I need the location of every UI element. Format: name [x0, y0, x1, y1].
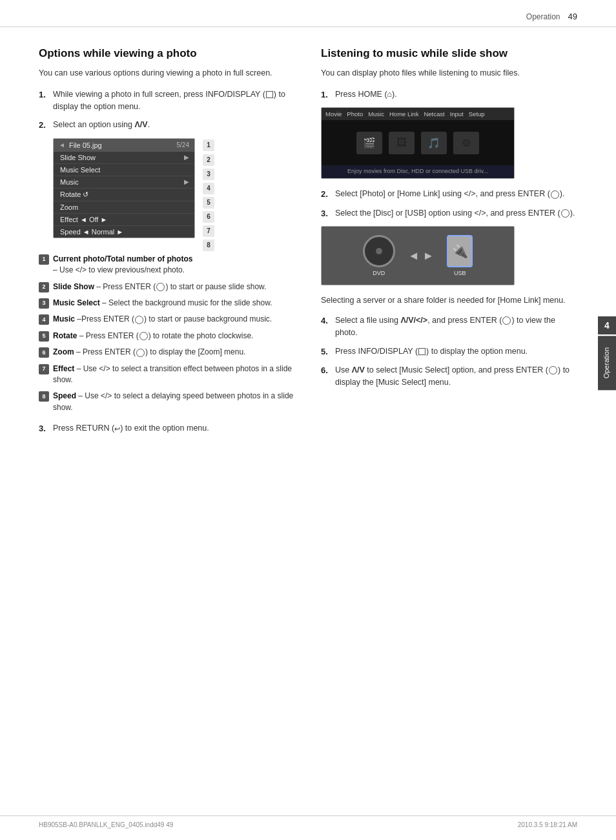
- enter-icon-6: [136, 349, 145, 357]
- explain-item-6: 6 Zoom – Press ENTER () to display the […: [39, 347, 295, 358]
- right-step-6: 6. Use Λ/V to select [Music Select] opti…: [321, 364, 577, 389]
- explain-text-1: Current photo/Total number of photos – U…: [53, 254, 192, 276]
- menu-header-counter: 5/24: [177, 141, 189, 149]
- explain-badge-4: 4: [39, 314, 49, 325]
- right-step-5-text: Press INFO/DISPLAY () to display the opt…: [335, 345, 528, 358]
- menu-item-effect-label: Effect ◄ Off ►: [60, 216, 189, 223]
- explain-item-8: 8 Speed – Use </> to select a delaying s…: [39, 391, 295, 413]
- enter-icon-r2: [551, 190, 559, 199]
- disc-body: DVD ◄ ► 🔌 USB: [322, 227, 514, 285]
- home-body: 🎬 🖼 🎵 ⚙: [322, 120, 514, 165]
- menu-item-effect[interactable]: Effect ◄ Off ►: [54, 214, 194, 226]
- footer-filename: HB905SB-A0.BPANLLK_ENG_0405.indd49 49: [39, 821, 173, 828]
- enter-icon-r3: [561, 209, 570, 218]
- menu-item-speed-label: Speed ◄ Normal ►: [60, 228, 189, 236]
- badge-3: 3: [203, 169, 214, 180]
- explain-badge-3: 3: [39, 298, 49, 309]
- explain-text-7: Effect – Use </> to select a transition …: [53, 364, 295, 386]
- left-step-3-text: Press RETURN (↩) to exit the option menu…: [53, 422, 209, 435]
- home-icon-photo: 🖼: [389, 132, 415, 154]
- badge-5: 5: [203, 197, 214, 209]
- enter-icon-r6: [549, 366, 557, 374]
- left-section-title: Options while viewing a photo: [39, 46, 295, 61]
- home-screenshot: Movie Photo Music Home Link Netcast Inpu…: [321, 107, 515, 179]
- page-header: Operation 49: [0, 0, 616, 27]
- right-step-1-num: 1.: [321, 88, 335, 101]
- right-step-3-text: Select the [Disc] or [USB] option using …: [335, 207, 575, 220]
- disc-screenshot: DVD ◄ ► 🔌 USB: [321, 226, 515, 285]
- enter-icon-5: [139, 332, 148, 340]
- explain-badge-2: 2: [39, 282, 49, 292]
- right-column: Listening to music while slide show You …: [321, 46, 577, 442]
- left-step-2: 2. Select an option using Λ/V.: [39, 119, 295, 132]
- badge-2: 2: [203, 154, 214, 166]
- right-step-6-text: Use Λ/V to select [Music Select] option,…: [335, 364, 577, 389]
- menu-item-musicselect[interactable]: Music Select: [54, 164, 194, 176]
- home-nav-movie[interactable]: Movie: [325, 110, 342, 118]
- menu-item-rotate[interactable]: Rotate ↺: [54, 189, 194, 201]
- menu-item-music-label: Music: [60, 178, 181, 186]
- menu-item-rotate-label: Rotate ↺: [60, 190, 189, 199]
- right-step-6-num: 6.: [321, 364, 335, 389]
- left-step-3-num: 3.: [39, 422, 53, 435]
- page-container: Operation 49 4 Operation Options while v…: [0, 0, 616, 840]
- right-section-title: Listening to music while slide show: [321, 46, 577, 61]
- home-icon-music: 🎵: [421, 132, 447, 154]
- header-section-label: Operation: [526, 12, 560, 21]
- home-nav-homelink[interactable]: Home Link: [389, 110, 418, 118]
- left-step-3: 3. Press RETURN (↩) to exit the option m…: [39, 422, 295, 435]
- explain-text-6: Zoom – Press ENTER () to display the [Zo…: [53, 347, 245, 358]
- home-nav-setup[interactable]: Setup: [469, 110, 485, 118]
- menu-item-speed[interactable]: Speed ◄ Normal ►: [54, 226, 194, 238]
- explain-item-3: 3 Music Select – Select the background m…: [39, 298, 295, 309]
- right-step-2: 2. Select [Photo] or [Home Link] using <…: [321, 188, 577, 201]
- usb-label: USB: [454, 270, 466, 276]
- badge-1: 1: [203, 139, 214, 151]
- left-step-2-num: 2.: [39, 119, 53, 132]
- menu-item-zoom[interactable]: Zoom: [54, 201, 194, 214]
- menu-back-arrow: ◄: [59, 141, 65, 149]
- slideshow-arrow: ▶: [184, 154, 189, 161]
- explain-badge-6: 6: [39, 347, 49, 358]
- home-nav-photo[interactable]: Photo: [347, 110, 363, 118]
- side-tab-number: 4: [598, 316, 616, 334]
- infodisplay-icon-r5: [418, 348, 426, 355]
- right-step-1: 1. Press HOME (⌂).: [321, 88, 577, 101]
- right-step-4-num: 4.: [321, 314, 335, 339]
- explain-text-8: Speed – Use </> to select a delaying spe…: [53, 391, 295, 413]
- header-page-number: 49: [568, 12, 577, 21]
- explain-text-3: Music Select – Select the background mus…: [53, 298, 272, 309]
- right-step-1-text: Press HOME (⌂).: [335, 88, 397, 101]
- left-column: Options while viewing a photo You can us…: [39, 46, 295, 442]
- right-step-5-num: 5.: [321, 345, 335, 358]
- home-nav-input[interactable]: Input: [450, 110, 464, 118]
- explain-item-7: 7 Effect – Use </> to select a transitio…: [39, 364, 295, 386]
- explain-badge-7: 7: [39, 364, 49, 374]
- explanation-list: 1 Current photo/Total number of photos –…: [39, 254, 295, 413]
- menu-item-slideshow[interactable]: Slide Show ▶: [54, 152, 194, 164]
- menu-badges: 1 2 3 4 5 6: [203, 138, 214, 253]
- disc-circle-dvd: [363, 235, 395, 267]
- explain-item-1: 1 Current photo/Total number of photos –…: [39, 254, 295, 276]
- menu-screenshot-wrapper: ◄ File 05.jpg 5/24 Slide Show ▶ Music Se…: [53, 138, 195, 238]
- home-caption: Enjoy movies from Disc, HDD or connected…: [322, 165, 514, 178]
- right-step-3-num: 3.: [321, 207, 335, 220]
- menu-header-filename: File 05.jpg: [69, 141, 102, 149]
- right-step-5: 5. Press INFO/DISPLAY () to display the …: [321, 345, 577, 358]
- right-step-2-text: Select [Photo] or [Home Link] using </>,…: [335, 188, 564, 201]
- menu-item-music[interactable]: Music ▶: [54, 176, 194, 189]
- disc-note: Selecting a server or a share folder is …: [321, 294, 577, 307]
- home-nav-netcast[interactable]: Netcast: [424, 110, 444, 118]
- badge-7: 7: [203, 225, 214, 237]
- home-nav-music[interactable]: Music: [368, 110, 384, 118]
- page-footer: HB905SB-A0.BPANLLK_ENG_0405.indd49 49 20…: [0, 815, 616, 828]
- disc-item-dvd: DVD: [363, 235, 395, 276]
- right-section-intro: You can display photo files while listen…: [321, 67, 577, 79]
- left-step-1-num: 1.: [39, 88, 53, 113]
- return-icon: ↩: [114, 424, 120, 435]
- main-content: Options while viewing a photo You can us…: [0, 27, 616, 461]
- explain-item-5: 5 Rotate – Press ENTER () to rotate the …: [39, 331, 295, 342]
- usb-shape: 🔌: [447, 235, 473, 267]
- right-step-3: 3. Select the [Disc] or [USB] option usi…: [321, 207, 577, 220]
- explain-item-4: 4 Music –Press ENTER () to start or paus…: [39, 314, 295, 325]
